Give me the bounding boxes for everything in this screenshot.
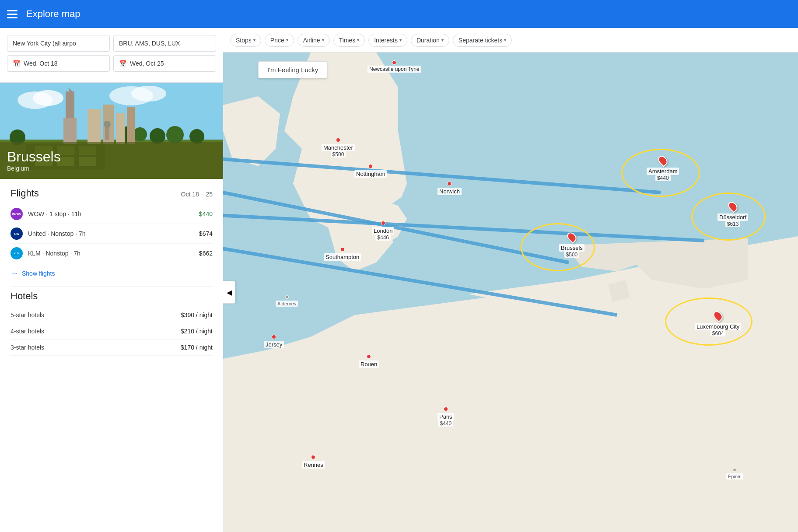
calendar-icon: 📅 xyxy=(119,60,126,67)
flight-details-wow: WOW · 1 stop · 11h xyxy=(28,210,199,217)
flight-item-united[interactable]: UA United · Nonstop · 7h $674 xyxy=(10,224,213,244)
search-row-2: 📅 Wed, Oct 18 📅 Wed, Oct 25 xyxy=(7,55,216,72)
paris-label: Paris xyxy=(438,413,454,420)
chevron-down-icon: ▾ xyxy=(286,38,288,42)
origin-input[interactable]: New York City (all airpo xyxy=(7,35,110,52)
manchester-label: Manchester xyxy=(322,144,355,151)
marker-rouen[interactable]: Rouen xyxy=(359,354,379,368)
flight-price-united: $674 xyxy=(199,230,213,237)
london-label: London xyxy=(372,227,394,234)
hotel-item-3star[interactable]: 3-star hotels $170 / night xyxy=(10,340,213,356)
dusseldorf-price: $613 xyxy=(725,221,741,227)
alderney-dot xyxy=(285,295,289,299)
marker-nottingham[interactable]: Nottingham xyxy=(354,164,387,178)
hotels-title: Hotels xyxy=(10,290,38,302)
chevron-down-icon: ▾ xyxy=(322,38,324,42)
stops-filter[interactable]: Stops ▾ xyxy=(230,34,261,47)
amsterdam-label: Amsterdam xyxy=(647,168,679,175)
newcastle-label: Newcastle upon Tyne xyxy=(368,66,421,73)
manchester-dot xyxy=(336,138,340,142)
brussels-price: $500 xyxy=(564,252,580,258)
marker-london[interactable]: London $446 xyxy=(372,221,394,241)
city-image: Brussels Belgium xyxy=(0,83,223,179)
svg-rect-22 xyxy=(127,107,135,144)
hotel-item-4star[interactable]: 4-star hotels $210 / night xyxy=(10,323,213,340)
search-row-1: New York City (all airpo BRU, AMS, DUS, … xyxy=(7,35,216,52)
marker-dusseldorf[interactable]: Düsseldorf $613 xyxy=(718,201,748,227)
marker-jersey[interactable]: Jersey xyxy=(264,335,284,348)
return-date-input[interactable]: 📅 Wed, Oct 25 xyxy=(113,55,216,72)
search-area: New York City (all airpo BRU, AMS, DUS, … xyxy=(0,28,223,83)
flight-item-klm[interactable]: KLM KLM · Nonstop · 7h $662 xyxy=(10,244,213,263)
brussels-map-label: Brussels xyxy=(559,244,584,252)
marker-amsterdam[interactable]: Amsterdam $440 xyxy=(647,155,679,181)
chevron-down-icon: ▾ xyxy=(357,38,359,42)
epinal-label: Épinal xyxy=(726,473,743,480)
app-title: Explore map xyxy=(26,8,80,20)
rennes-dot xyxy=(311,455,315,459)
marker-manchester[interactable]: Manchester $500 xyxy=(322,138,355,158)
marker-luxembourg[interactable]: Luxembourg City $604 xyxy=(695,311,741,336)
duration-filter[interactable]: Duration ▾ xyxy=(411,34,449,47)
chevron-left-icon: ◀ xyxy=(227,288,232,297)
london-dot xyxy=(381,221,385,225)
hotel-item-5star[interactable]: 5-star hotels $390 / night xyxy=(10,307,213,323)
arrow-right-icon: → xyxy=(10,269,18,278)
interests-filter[interactable]: Interests ▾ xyxy=(368,34,407,47)
dusseldorf-pin xyxy=(726,200,739,213)
rouen-label: Rouen xyxy=(359,360,379,368)
epinal-dot xyxy=(733,468,736,472)
separate-tickets-filter[interactable]: Separate tickets ▾ xyxy=(453,34,512,47)
section-divider xyxy=(10,287,213,287)
svg-rect-21 xyxy=(116,113,125,144)
hotels-section-header: Hotels xyxy=(10,290,213,302)
times-filter[interactable]: Times ▾ xyxy=(333,34,365,47)
marker-newcastle[interactable]: Newcastle upon Tyne xyxy=(368,60,421,73)
norwich-dot xyxy=(447,182,452,186)
collapse-panel-button[interactable]: ◀ xyxy=(223,281,235,304)
filter-bar: Stops ▾ Price ▾ Airline ▾ Times ▾ Intere… xyxy=(223,28,798,52)
hotels-section: Hotels 5-star hotels $390 / night 4-star… xyxy=(10,290,213,356)
price-filter[interactable]: Price ▾ xyxy=(265,34,294,47)
dusseldorf-label: Düsseldorf xyxy=(718,214,748,221)
feeling-lucky-button[interactable]: I'm Feeling Lucky xyxy=(258,61,327,78)
calendar-icon: 📅 xyxy=(13,60,20,67)
chevron-down-icon: ▾ xyxy=(441,38,444,42)
norwich-label: Norwich xyxy=(438,188,462,195)
show-flights-link[interactable]: → Show flights xyxy=(10,263,213,283)
flight-price-wow: $440 xyxy=(199,210,213,217)
destination-input[interactable]: BRU, AMS, DUS, LUX xyxy=(113,35,216,52)
london-price: $446 xyxy=(375,234,391,241)
svg-rect-26 xyxy=(105,126,109,140)
marker-southampton[interactable]: Southampton xyxy=(324,247,361,261)
marker-alderney[interactable]: Alderney xyxy=(276,295,298,307)
hotel-label-4star: 4-star hotels xyxy=(10,328,44,335)
paris-dot xyxy=(444,407,448,411)
marker-rennes[interactable]: Rennes xyxy=(302,455,325,469)
hotel-price-5star: $390 / night xyxy=(181,312,213,318)
svg-rect-19 xyxy=(88,109,101,144)
jersey-label: Jersey xyxy=(264,341,284,348)
map-area[interactable]: ◀ I'm Feeling Lucky Newcastle upon Tyne … xyxy=(223,52,798,532)
menu-icon[interactable] xyxy=(7,10,18,18)
svg-point-29 xyxy=(364,329,371,336)
southampton-label: Southampton xyxy=(324,253,361,261)
depart-date-input[interactable]: 📅 Wed, Oct 18 xyxy=(7,55,110,72)
airline-filter[interactable]: Airline ▾ xyxy=(298,34,330,47)
flight-price-klm: $662 xyxy=(199,250,213,257)
southampton-dot xyxy=(340,247,345,252)
rennes-label: Rennes xyxy=(302,461,325,469)
rouen-dot xyxy=(367,354,371,359)
flight-details-klm: KLM · Nonstop · 7h xyxy=(28,250,199,257)
flight-details-united: United · Nonstop · 7h xyxy=(28,230,199,237)
nottingham-label: Nottingham xyxy=(354,170,387,178)
marker-norwich[interactable]: Norwich xyxy=(438,182,462,195)
luxembourg-label: Luxembourg City xyxy=(695,323,741,330)
marker-paris[interactable]: Paris $440 xyxy=(438,407,454,427)
marker-brussels[interactable]: Brussels $500 xyxy=(559,232,584,258)
brussels-pin xyxy=(565,231,578,244)
marker-epinal[interactable]: Épinal xyxy=(726,468,743,480)
alderney-label: Alderney xyxy=(276,301,298,307)
flight-item-wow[interactable]: WOW WOW · 1 stop · 11h $440 xyxy=(10,204,213,224)
luxembourg-pin xyxy=(711,309,724,322)
